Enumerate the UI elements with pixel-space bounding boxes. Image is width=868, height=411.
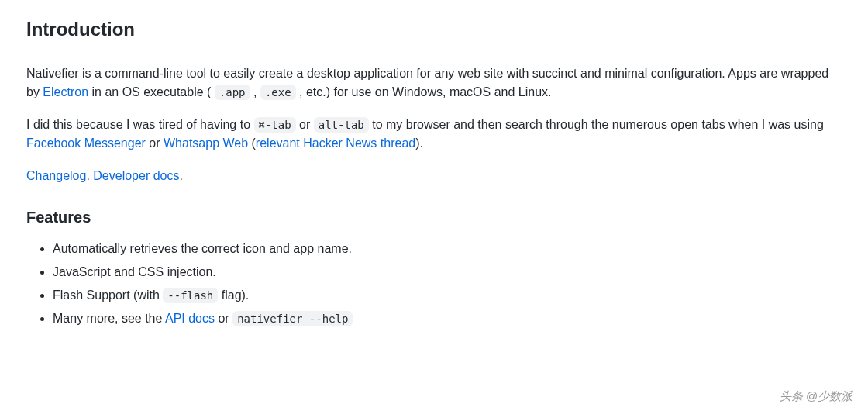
electron-link[interactable]: Electron [43,85,88,98]
intro-text: , etc.) for use on Windows, macOS and Li… [296,85,552,98]
code-cmdtab: ⌘-tab [254,117,296,133]
feature-text: Flash Support (with [53,288,163,302]
hacker-news-link[interactable]: relevant Hacker News thread [256,136,415,150]
list-item: Flash Support (with --flash flag). [53,286,842,305]
intro-text: in an OS executable ( [88,85,215,98]
docs-paragraph: Changelog. Developer docs. [26,167,842,185]
docs-text: . [179,169,182,182]
reason-text: or [146,136,164,150]
feature-text: flag). [218,288,249,302]
list-item: Many more, see the API docs or nativefie… [53,309,842,328]
docs-text: . [86,169,93,182]
watermark-text: 头条 @少数派 [780,388,852,406]
developer-docs-link[interactable]: Developer docs [93,169,179,182]
reason-paragraph: I did this because I was tired of having… [26,116,842,153]
intro-paragraph: Nativefier is a command-line tool to eas… [26,64,842,102]
code-nativefier-help: nativefier --help [232,311,353,326]
reason-text: to my browser and then search through th… [369,118,824,131]
feature-text: Many more, see the [53,312,165,325]
reason-text: ). [415,136,423,150]
reason-text: ( [248,136,256,150]
list-item: Automatically retrieves the correct icon… [53,240,842,258]
whatsapp-web-link[interactable]: Whatsapp Web [164,136,248,150]
facebook-messenger-link[interactable]: Facebook Messenger [26,136,146,150]
code-app: .app [215,85,250,100]
list-item: JavaScript and CSS injection. [53,263,842,281]
api-docs-link[interactable]: API docs [165,312,215,325]
code-alttab: alt-tab [314,117,369,133]
feature-text: or [215,312,232,325]
changelog-link[interactable]: Changelog [26,169,86,182]
intro-text: , [250,85,260,98]
feature-list: Automatically retrieves the correct icon… [26,240,842,328]
code-flash-flag: --flash [163,288,218,303]
code-exe: .exe [260,85,296,100]
reason-text: I did this because I was tired of having… [26,118,254,131]
introduction-heading: Introduction [26,16,842,50]
features-heading: Features [26,206,842,229]
reason-text: or [296,118,314,131]
